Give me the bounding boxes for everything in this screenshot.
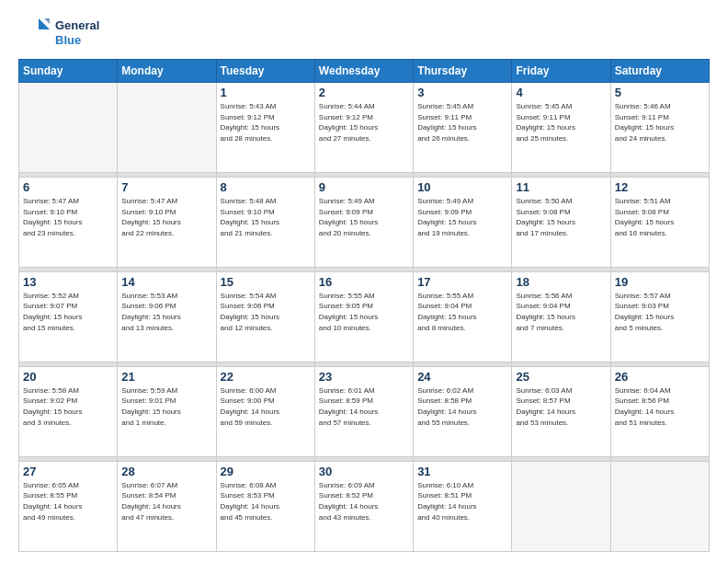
day-number: 30	[319, 465, 409, 478]
calendar-cell: 27Sunrise: 6:05 AM Sunset: 8:55 PM Dayli…	[19, 461, 118, 551]
weekday-header-saturday: Saturday	[610, 60, 709, 83]
calendar-cell: 8Sunrise: 5:48 AM Sunset: 9:10 PM Daylig…	[216, 177, 314, 267]
calendar-cell: 22Sunrise: 6:00 AM Sunset: 9:00 PM Dayli…	[216, 366, 314, 456]
day-info: Sunrise: 5:53 AM Sunset: 9:06 PM Dayligh…	[121, 291, 211, 333]
calendar-cell: 25Sunrise: 6:03 AM Sunset: 8:57 PM Dayli…	[512, 366, 610, 456]
calendar-cell: 3Sunrise: 5:45 AM Sunset: 9:11 PM Daylig…	[414, 83, 512, 173]
weekday-header-tuesday: Tuesday	[216, 60, 314, 83]
calendar-cell: 14Sunrise: 5:53 AM Sunset: 9:06 PM Dayli…	[118, 271, 216, 362]
weekday-header-thursday: Thursday	[414, 60, 512, 83]
day-number: 13	[23, 275, 113, 289]
day-number: 24	[417, 370, 507, 384]
calendar-cell: 10Sunrise: 5:49 AM Sunset: 9:09 PM Dayli…	[414, 177, 512, 267]
day-info: Sunrise: 5:56 AM Sunset: 9:04 PM Dayligh…	[516, 291, 606, 333]
day-info: Sunrise: 5:49 AM Sunset: 9:09 PM Dayligh…	[417, 196, 507, 238]
calendar-week-3: 13Sunrise: 5:52 AM Sunset: 9:07 PM Dayli…	[19, 271, 710, 362]
calendar-cell: 12Sunrise: 5:51 AM Sunset: 9:08 PM Dayli…	[610, 177, 709, 267]
day-info: Sunrise: 5:43 AM Sunset: 9:12 PM Dayligh…	[221, 101, 311, 144]
calendar-cell: 13Sunrise: 5:52 AM Sunset: 9:07 PM Dayli…	[19, 271, 118, 362]
day-number: 10	[417, 180, 507, 194]
day-number: 12	[615, 180, 705, 194]
day-info: Sunrise: 6:00 AM Sunset: 9:00 PM Dayligh…	[221, 385, 311, 428]
day-info: Sunrise: 6:01 AM Sunset: 8:59 PM Dayligh…	[319, 385, 409, 428]
day-info: Sunrise: 6:09 AM Sunset: 8:52 PM Dayligh…	[319, 480, 409, 523]
day-info: Sunrise: 6:07 AM Sunset: 8:54 PM Dayligh…	[121, 480, 211, 523]
weekday-header-friday: Friday	[512, 60, 610, 83]
day-number: 2	[319, 86, 409, 99]
logo: General Blue	[18, 17, 99, 50]
calendar-cell	[19, 83, 118, 173]
calendar-cell: 5Sunrise: 5:46 AM Sunset: 9:11 PM Daylig…	[610, 83, 709, 173]
day-info: Sunrise: 5:55 AM Sunset: 9:05 PM Dayligh…	[319, 291, 409, 333]
day-number: 15	[221, 275, 311, 289]
calendar-cell	[610, 461, 709, 551]
calendar-week-1: 1Sunrise: 5:43 AM Sunset: 9:12 PM Daylig…	[19, 83, 710, 173]
day-number: 20	[23, 370, 113, 384]
day-info: Sunrise: 5:59 AM Sunset: 9:01 PM Dayligh…	[121, 385, 211, 428]
calendar-cell: 4Sunrise: 5:45 AM Sunset: 9:11 PM Daylig…	[512, 83, 610, 173]
weekday-header-monday: Monday	[118, 60, 216, 83]
day-number: 9	[319, 180, 409, 194]
day-info: Sunrise: 5:57 AM Sunset: 9:03 PM Dayligh…	[615, 291, 705, 333]
calendar-cell: 1Sunrise: 5:43 AM Sunset: 9:12 PM Daylig…	[216, 83, 314, 173]
calendar-week-2: 6Sunrise: 5:47 AM Sunset: 9:10 PM Daylig…	[19, 177, 710, 267]
day-info: Sunrise: 5:50 AM Sunset: 9:08 PM Dayligh…	[516, 196, 606, 238]
day-info: Sunrise: 6:05 AM Sunset: 8:55 PM Dayligh…	[23, 480, 113, 523]
day-info: Sunrise: 5:44 AM Sunset: 9:12 PM Dayligh…	[319, 101, 409, 144]
day-info: Sunrise: 5:54 AM Sunset: 9:06 PM Dayligh…	[221, 291, 311, 333]
day-number: 27	[23, 465, 113, 478]
day-info: Sunrise: 5:45 AM Sunset: 9:11 PM Dayligh…	[516, 101, 606, 144]
day-number: 25	[516, 370, 606, 384]
calendar-cell: 15Sunrise: 5:54 AM Sunset: 9:06 PM Dayli…	[216, 271, 314, 362]
day-number: 31	[417, 465, 507, 478]
calendar-cell: 30Sunrise: 6:09 AM Sunset: 8:52 PM Dayli…	[314, 461, 413, 551]
day-info: Sunrise: 6:03 AM Sunset: 8:57 PM Dayligh…	[516, 385, 606, 428]
calendar-cell: 16Sunrise: 5:55 AM Sunset: 9:05 PM Dayli…	[314, 271, 413, 362]
day-info: Sunrise: 6:10 AM Sunset: 8:51 PM Dayligh…	[417, 480, 507, 523]
calendar-week-5: 27Sunrise: 6:05 AM Sunset: 8:55 PM Dayli…	[19, 461, 710, 551]
calendar-cell	[512, 461, 610, 551]
day-info: Sunrise: 5:47 AM Sunset: 9:10 PM Dayligh…	[121, 196, 211, 238]
day-number: 11	[516, 180, 606, 194]
day-info: Sunrise: 5:52 AM Sunset: 9:07 PM Dayligh…	[23, 291, 113, 333]
day-info: Sunrise: 5:47 AM Sunset: 9:10 PM Dayligh…	[23, 196, 113, 238]
calendar-cell: 31Sunrise: 6:10 AM Sunset: 8:51 PM Dayli…	[414, 461, 512, 551]
day-number: 17	[417, 275, 507, 289]
day-info: Sunrise: 6:04 AM Sunset: 8:56 PM Dayligh…	[615, 385, 705, 428]
day-number: 1	[221, 86, 311, 99]
calendar-header-row: SundayMondayTuesdayWednesdayThursdayFrid…	[19, 60, 710, 83]
calendar-cell: 28Sunrise: 6:07 AM Sunset: 8:54 PM Dayli…	[118, 461, 216, 551]
day-number: 26	[615, 370, 705, 384]
day-number: 5	[615, 86, 705, 99]
header: General Blue	[18, 17, 710, 50]
day-number: 21	[121, 370, 211, 384]
calendar-cell: 24Sunrise: 6:02 AM Sunset: 8:58 PM Dayli…	[414, 366, 512, 456]
page: General Blue SundayMondayTuesdayWednesda…	[0, 0, 728, 563]
day-number: 8	[221, 180, 311, 194]
day-info: Sunrise: 5:55 AM Sunset: 9:04 PM Dayligh…	[417, 291, 507, 333]
day-info: Sunrise: 5:48 AM Sunset: 9:10 PM Dayligh…	[221, 196, 311, 238]
day-info: Sunrise: 5:58 AM Sunset: 9:02 PM Dayligh…	[23, 385, 113, 428]
day-number: 4	[516, 86, 606, 99]
calendar-cell: 19Sunrise: 5:57 AM Sunset: 9:03 PM Dayli…	[610, 271, 709, 362]
day-number: 6	[23, 180, 113, 194]
logo-icon	[18, 17, 51, 50]
day-number: 3	[417, 86, 507, 99]
day-number: 18	[516, 275, 606, 289]
day-number: 29	[221, 465, 311, 478]
day-number: 7	[121, 180, 211, 194]
calendar-cell: 11Sunrise: 5:50 AM Sunset: 9:08 PM Dayli…	[512, 177, 610, 267]
svg-marker-1	[44, 18, 50, 24]
calendar-cell: 2Sunrise: 5:44 AM Sunset: 9:12 PM Daylig…	[314, 83, 413, 173]
calendar-cell: 6Sunrise: 5:47 AM Sunset: 9:10 PM Daylig…	[19, 177, 118, 267]
calendar-table: SundayMondayTuesdayWednesdayThursdayFrid…	[18, 59, 710, 552]
day-info: Sunrise: 6:02 AM Sunset: 8:58 PM Dayligh…	[417, 385, 507, 428]
logo-text: General Blue	[55, 18, 99, 47]
day-number: 28	[121, 465, 211, 478]
weekday-header-sunday: Sunday	[19, 60, 118, 83]
day-number: 19	[615, 275, 705, 289]
calendar-cell	[118, 83, 216, 173]
calendar-cell: 23Sunrise: 6:01 AM Sunset: 8:59 PM Dayli…	[314, 366, 413, 456]
calendar-cell: 18Sunrise: 5:56 AM Sunset: 9:04 PM Dayli…	[512, 271, 610, 362]
day-number: 14	[121, 275, 211, 289]
